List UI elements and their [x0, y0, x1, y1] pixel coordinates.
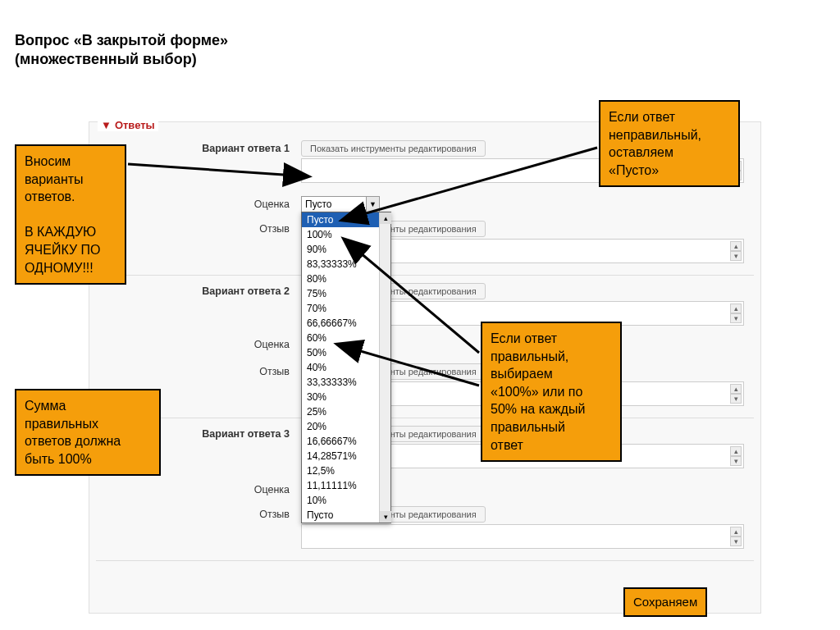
page-title: Вопрос «В закрытой форме» (множественный… [15, 31, 228, 70]
grade-option[interactable]: 40% [302, 360, 390, 375]
grade-option[interactable]: 83,33333% [302, 257, 390, 272]
grade-option[interactable]: 25% [302, 404, 390, 419]
grade-option[interactable]: Пусто [302, 508, 390, 523]
grade-dropdown-list[interactable]: ▴ ▾ Пусто100%90%83,33333%80%75%70%66,666… [301, 212, 391, 523]
scroll-up-icon[interactable]: ▴ [380, 212, 391, 224]
callout-sum-100: Сумма правильных ответов должна быть 100… [15, 389, 161, 476]
divider [96, 560, 754, 561]
grade-option[interactable]: 90% [302, 242, 390, 257]
grade-option[interactable]: 75% [302, 286, 390, 301]
answer3-grade-label: Оценка [89, 484, 301, 495]
grade-option[interactable]: 50% [302, 345, 390, 360]
answer2-label: Вариант ответа 2 [89, 285, 301, 297]
section-header[interactable]: ▼Ответы [98, 119, 158, 131]
grade-option[interactable]: 60% [302, 331, 390, 345]
scroll-down-icon[interactable]: ▾ [730, 456, 742, 466]
grade-option[interactable]: 80% [302, 272, 390, 286]
scroll-up-icon[interactable]: ▴ [730, 527, 742, 536]
title-line2: (множественный выбор) [15, 51, 197, 67]
callout-wrong-answer: Если ответ неправильный, оставляем «Пуст… [599, 100, 740, 187]
section-title: Ответы [115, 119, 155, 131]
scroll-down-icon[interactable]: ▾ [730, 394, 742, 404]
answer2-grade-label: Оценка [89, 339, 301, 350]
scroll-up-icon[interactable]: ▴ [730, 241, 742, 251]
scroll-up-icon[interactable]: ▴ [730, 446, 742, 456]
answer3-feedback-label: Отзыв [89, 509, 301, 520]
title-line1: Вопрос «В закрытой форме» [15, 32, 228, 48]
answer3-feedback-input[interactable]: ▴ ▾ [301, 524, 744, 549]
dropdown-scrollbar[interactable]: ▴ ▾ [379, 212, 390, 523]
divider [96, 418, 754, 418]
answer1-grade-value: Пусто [305, 199, 332, 210]
grade-option[interactable]: 66,66667% [302, 316, 390, 331]
scroll-up-icon[interactable]: ▴ [730, 304, 742, 313]
grade-option[interactable]: 100% [302, 227, 390, 242]
grade-option[interactable]: 10% [302, 493, 390, 508]
scroll-down-icon[interactable]: ▾ [730, 313, 742, 323]
scroll-up-icon[interactable]: ▴ [730, 384, 742, 394]
divider [96, 275, 754, 276]
grade-option[interactable]: 14,28571% [302, 449, 390, 463]
answer1-show-tools-button[interactable]: Показать инструменты редактирования [301, 140, 486, 157]
callout-enter-answers: Вносим варианты ответов. В КАЖДУЮ ЯЧЕЙКУ… [15, 144, 126, 285]
grade-option[interactable]: 11,11111% [302, 478, 390, 493]
grade-option[interactable]: Пусто [302, 212, 390, 227]
scroll-down-icon[interactable]: ▾ [730, 536, 742, 546]
scroll-down-icon[interactable]: ▾ [380, 511, 391, 523]
answer1-grade-select[interactable]: Пусто ▼ [301, 196, 380, 212]
callout-save: Сохраняем [623, 587, 707, 617]
grade-option[interactable]: 70% [302, 301, 390, 316]
collapse-icon: ▼ [101, 119, 112, 131]
answer2-feedback-label: Отзыв [89, 366, 301, 377]
callout-correct-answer: Если ответ правильный, выбираем «100%» и… [481, 322, 622, 462]
scroll-down-icon[interactable]: ▾ [730, 251, 742, 261]
grade-option[interactable]: 12,5% [302, 463, 390, 478]
grade-option[interactable]: 20% [302, 419, 390, 434]
chevron-down-icon: ▼ [366, 197, 379, 212]
grade-option[interactable]: 30% [302, 390, 390, 404]
answers-form-panel: ▼Ответы Вариант ответа 1 Показать инстру… [89, 121, 761, 614]
grade-option[interactable]: 33,33333% [302, 375, 390, 390]
grade-option[interactable]: 16,66667% [302, 434, 390, 449]
